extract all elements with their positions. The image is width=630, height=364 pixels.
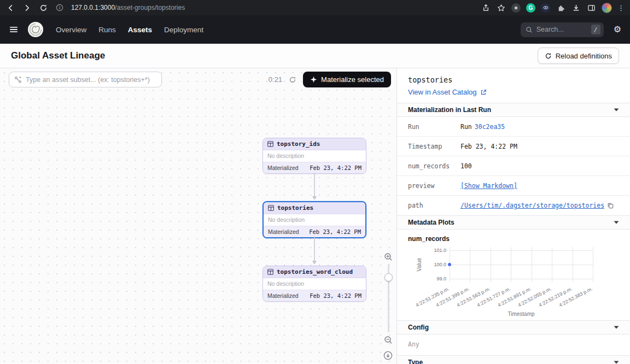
asset-details-panel: topstories View in Asset Catalog Materia… — [396, 68, 630, 364]
browser-profile-avatar[interactable] — [602, 3, 612, 13]
url-host: 127.0.0.1:3000 — [71, 4, 115, 11]
nav-overview[interactable]: Overview — [56, 26, 86, 34]
x-axis-label: Timestamp — [508, 311, 535, 317]
asset-timestamp: Feb 23, 4:22 PM — [309, 228, 361, 235]
asset-description: No description — [264, 214, 365, 226]
reload-definitions-button[interactable]: Reload definitions — [538, 48, 619, 64]
graph-filter-icon — [14, 76, 22, 84]
section-metadata-plots[interactable]: Metadata Plots — [397, 215, 630, 230]
asset-description: No description — [263, 150, 366, 162]
primary-nav: Overview Runs Assets Deployment — [56, 26, 203, 34]
search-placeholder: Search... — [536, 26, 587, 33]
downloads-icon[interactable] — [571, 3, 581, 13]
zoom-slider-handle[interactable] — [384, 273, 393, 281]
chevron-down-icon — [614, 108, 619, 111]
asset-timestamp: Feb 23, 4:22 PM — [310, 165, 361, 171]
y-axis-label: Value — [416, 257, 422, 271]
edge-arrow-1 — [311, 173, 318, 201]
storage-path-link[interactable]: /Users/tim/.dagster/storage/topstories — [460, 202, 604, 209]
materialize-label: Materialize selected — [321, 75, 384, 84]
browser-forward-icon[interactable] — [22, 3, 32, 13]
search-icon — [526, 26, 533, 33]
grammarly-icon[interactable]: G — [526, 3, 535, 13]
view-in-asset-catalog-link[interactable]: View in Asset Catalog — [408, 88, 487, 96]
asset-subset-filter[interactable] — [9, 72, 162, 87]
materialize-selected-button[interactable]: Materialize selected — [303, 72, 391, 87]
table-row-num-records: num_records 100 — [397, 156, 630, 176]
table-row-preview: preview [Show Markdown] — [397, 176, 630, 196]
sparkle-icon — [310, 76, 317, 83]
url-path: /asset-groups/topstories — [115, 4, 185, 11]
nav-assets[interactable]: Assets — [128, 26, 152, 34]
asset-name: topstories_word_cloud — [277, 268, 353, 275]
y-tick-label: 100.0 — [434, 262, 446, 267]
section-materialization-last-run[interactable]: Materialization in Last Run — [397, 103, 630, 117]
browser-reload-icon[interactable] — [38, 3, 48, 13]
dagster-logo[interactable] — [27, 21, 44, 38]
global-search[interactable]: Search... / — [521, 22, 604, 37]
asset-table-icon — [267, 141, 273, 147]
asset-table-icon — [267, 269, 273, 275]
refresh-countdown: 0:21 — [269, 75, 282, 84]
chevron-down-icon — [614, 221, 619, 224]
section-config[interactable]: Config — [397, 320, 630, 334]
address-bar[interactable]: 127.0.0.1:3000/asset-groups/topstories — [71, 4, 474, 11]
copy-icon[interactable] — [607, 202, 614, 209]
asset-table-icon — [268, 205, 274, 211]
asset-node-topstories[interactable]: topstories No description Materialized F… — [262, 201, 366, 238]
asset-description: No description — [263, 278, 366, 290]
table-row-run: Run Run 30c2ea35 — [397, 117, 630, 137]
reload-definitions-label: Reload definitions — [556, 52, 612, 60]
extension-icon-1[interactable] — [511, 3, 521, 13]
settings-gear-icon[interactable]: ⚙ — [614, 25, 621, 34]
asset-status: Materialized — [267, 165, 299, 171]
asset-node-topstories-word-cloud[interactable]: topstories_word_cloud No description Mat… — [262, 266, 366, 302]
run-id-link[interactable]: 30c2ea35 — [475, 123, 505, 131]
num-records-chart: 101.0 100.0 99.0 Value 4:22:51.235 p.m. … — [412, 244, 630, 320]
asset-node-topstory-ids[interactable]: topstory_ids No description Materialized… — [262, 138, 366, 174]
app-header: Overview Runs Assets Deployment Search..… — [0, 15, 630, 44]
search-shortcut-badge: / — [591, 25, 600, 34]
hamburger-menu-icon[interactable] — [9, 25, 19, 34]
table-row-timestamp: Timestamp Feb 23, 4:22 PM — [397, 137, 630, 156]
zoom-out-icon[interactable] — [384, 336, 393, 347]
browser-back-icon[interactable] — [5, 3, 15, 13]
asset-subset-input[interactable] — [26, 76, 156, 84]
show-markdown-link[interactable]: [Show Markdown] — [460, 182, 517, 190]
recenter-view-icon[interactable] — [383, 351, 393, 362]
table-row-path: path /Users/tim/.dagster/storage/topstor… — [397, 196, 630, 215]
zoom-in-icon[interactable] — [384, 253, 393, 263]
x-tick-label: 4:22:51.235 p.m. — [415, 286, 450, 308]
edge-arrow-2 — [311, 237, 318, 265]
side-panel-icon[interactable] — [586, 3, 596, 13]
section-type[interactable]: Type — [397, 355, 630, 364]
asset-status: Materialized — [268, 228, 299, 235]
nav-runs[interactable]: Runs — [98, 26, 116, 34]
chevron-down-icon — [614, 361, 619, 364]
y-tick-label: 101.0 — [434, 248, 446, 253]
selected-asset-title: topstories — [408, 75, 619, 84]
asset-name: topstory_ids — [277, 140, 320, 148]
asset-name: topstories — [277, 204, 313, 212]
asset-timestamp: Feb 23, 4:22 PM — [310, 292, 361, 299]
data-point — [448, 263, 451, 266]
asset-status: Materialized — [267, 292, 299, 299]
bookmark-star-icon[interactable] — [496, 3, 506, 13]
chevron-down-icon — [614, 326, 619, 329]
page-title: Global Asset Lineage — [11, 50, 105, 61]
browser-toolbar: 127.0.0.1:3000/asset-groups/topstories G… — [0, 0, 630, 15]
page-title-bar: Global Asset Lineage Reload definitions — [0, 44, 630, 68]
share-icon[interactable] — [481, 3, 491, 13]
plot-title: num_records — [397, 230, 630, 244]
y-tick-label: 99.0 — [436, 276, 446, 281]
site-info-icon[interactable] — [55, 3, 65, 13]
graph-refresh-icon[interactable] — [289, 76, 296, 84]
lineage-graph-panel: 0:21 Materialize selected topstory_ids N… — [0, 68, 396, 364]
extensions-puzzle-icon[interactable] — [556, 3, 565, 13]
extension-icon-2[interactable] — [541, 3, 550, 13]
browser-menu-icon[interactable]: ⋮ — [617, 4, 625, 11]
external-link-icon — [480, 89, 487, 96]
config-value: Any — [397, 334, 630, 355]
refresh-icon — [545, 52, 552, 60]
nav-deployment[interactable]: Deployment — [164, 26, 203, 34]
